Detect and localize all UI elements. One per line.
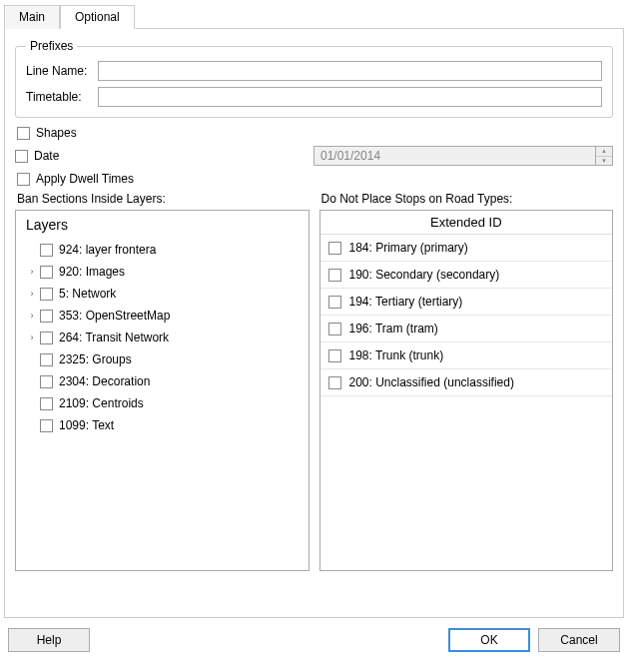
layer-row[interactable]: ›920: Images — [20, 261, 309, 283]
timetable-input[interactable] — [98, 87, 602, 107]
layer-checkbox[interactable] — [40, 244, 53, 257]
layer-label: 5: Network — [59, 285, 116, 303]
road-type-checkbox[interactable] — [328, 242, 341, 255]
layer-label: 2325: Groups — [59, 350, 132, 368]
tab-main[interactable]: Main — [4, 5, 60, 29]
extended-id-header: Extended ID — [320, 211, 613, 235]
road-type-label: 200: Unclassified (unclassified) — [349, 375, 514, 389]
layer-label: 1099: Text — [59, 416, 114, 434]
road-type-label: 198: Trunk (trunk) — [349, 348, 444, 362]
date-spin-up[interactable]: ▲ — [596, 147, 612, 157]
tab-content-optional: Prefixes Line Name: Timetable: Shapes Da… — [4, 29, 624, 618]
layers-header: Layers — [20, 215, 309, 239]
road-type-checkbox[interactable] — [328, 269, 341, 282]
layer-label: 2109: Centroids — [59, 394, 144, 412]
road-type-row[interactable]: 194: Tertiary (tertiary) — [320, 289, 613, 316]
layer-row[interactable]: ›264: Transit Network — [20, 327, 309, 348]
tree-expander-icon[interactable]: › — [26, 329, 38, 346]
layer-checkbox[interactable] — [40, 310, 53, 323]
tree-expander-icon[interactable]: › — [26, 285, 38, 303]
road-type-label: 194: Tertiary (tertiary) — [349, 295, 463, 309]
road-type-row[interactable]: 200: Unclassified (unclassified) — [320, 369, 613, 396]
date-label: Date — [34, 149, 59, 163]
layer-checkbox[interactable] — [40, 375, 53, 388]
ok-button[interactable]: OK — [448, 628, 530, 652]
road-types-label: Do Not Place Stops on Road Types: — [319, 192, 614, 206]
prefixes-group: Prefixes Line Name: Timetable: — [15, 39, 613, 118]
layer-row[interactable]: ›353: OpenStreetMap — [20, 305, 309, 327]
apply-dwell-label: Apply Dwell Times — [36, 172, 134, 186]
layer-checkbox[interactable] — [40, 353, 53, 366]
apply-dwell-checkbox[interactable] — [17, 173, 30, 186]
road-type-checkbox[interactable] — [328, 323, 341, 336]
road-type-label: 190: Secondary (secondary) — [349, 268, 500, 282]
tree-expander-icon[interactable]: › — [26, 307, 38, 325]
layer-label: 924: layer frontera — [59, 241, 156, 259]
layer-checkbox[interactable] — [40, 419, 53, 432]
layer-label: 353: OpenStreetMap — [59, 307, 170, 325]
tab-optional[interactable]: Optional — [60, 5, 135, 29]
prefixes-legend: Prefixes — [26, 39, 77, 53]
date-spin-down[interactable]: ▼ — [596, 157, 612, 166]
line-name-label: Line Name: — [26, 64, 98, 78]
road-type-row[interactable]: 184: Primary (primary) — [320, 235, 613, 262]
layer-checkbox[interactable] — [40, 332, 53, 344]
date-spinner: ▲ ▼ — [596, 146, 613, 166]
shapes-label: Shapes — [36, 126, 77, 140]
layer-row[interactable]: ›5: Network — [20, 283, 309, 305]
layer-label: 264: Transit Network — [59, 329, 169, 346]
layers-listbox[interactable]: Layers 924: layer frontera›920: Images›5… — [15, 210, 310, 571]
road-type-checkbox[interactable] — [328, 296, 341, 309]
layer-row[interactable]: 2325: Groups — [20, 348, 309, 370]
date-input[interactable]: 01/01/2014 — [314, 146, 596, 166]
layer-checkbox[interactable] — [40, 288, 53, 301]
road-type-row[interactable]: 198: Trunk (trunk) — [320, 342, 613, 369]
layer-row[interactable]: 2304: Decoration — [20, 370, 309, 392]
cancel-button[interactable]: Cancel — [538, 628, 620, 652]
layer-row[interactable]: 1099: Text — [20, 414, 309, 436]
tab-bar: Main Optional — [4, 4, 624, 29]
road-type-row[interactable]: 190: Secondary (secondary) — [320, 262, 613, 289]
tree-expander-icon[interactable]: › — [26, 263, 38, 281]
timetable-label: Timetable: — [26, 90, 98, 104]
layer-checkbox[interactable] — [40, 397, 53, 410]
ban-sections-label: Ban Sections Inside Layers: — [15, 192, 310, 206]
layer-label: 2304: Decoration — [59, 372, 150, 390]
road-type-label: 184: Primary (primary) — [349, 241, 468, 255]
shapes-checkbox[interactable] — [17, 127, 30, 140]
road-type-label: 196: Tram (tram) — [349, 322, 438, 336]
line-name-input[interactable] — [98, 61, 602, 81]
road-type-checkbox[interactable] — [328, 349, 341, 362]
layer-row[interactable]: 924: layer frontera — [20, 239, 309, 261]
layer-checkbox[interactable] — [40, 266, 53, 279]
road-types-listbox[interactable]: Extended ID 184: Primary (primary)190: S… — [319, 210, 614, 571]
date-checkbox[interactable] — [15, 150, 28, 163]
road-type-checkbox[interactable] — [328, 376, 341, 389]
layer-label: 920: Images — [59, 263, 125, 281]
dialog: Main Optional Prefixes Line Name: Timeta… — [0, 0, 628, 660]
layer-row[interactable]: 2109: Centroids — [20, 392, 309, 414]
help-button[interactable]: Help — [8, 628, 90, 652]
road-type-row[interactable]: 196: Tram (tram) — [320, 316, 613, 342]
button-bar: Help OK Cancel — [4, 618, 624, 656]
